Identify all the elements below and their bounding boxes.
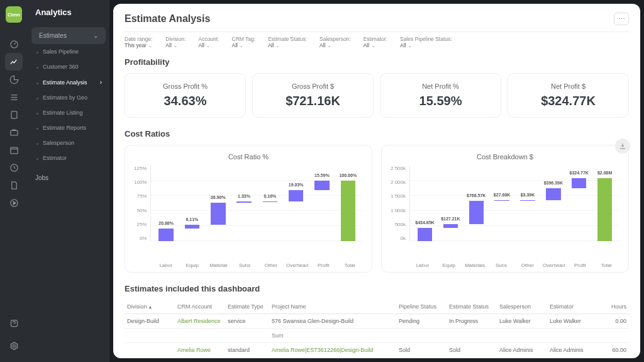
help-icon[interactable] (5, 314, 23, 332)
chevron-down-icon: ⌄ (93, 32, 98, 39)
nav-group-estimates[interactable]: Estimates⌄ (31, 27, 106, 44)
filter-2[interactable]: Account:All (198, 36, 219, 48)
main-content: Estimate Analysis ⋯ Date range:This year… (113, 4, 640, 358)
profitability-title: Profitability (125, 57, 629, 67)
nav-jobs[interactable]: Jobs (28, 169, 109, 186)
icon-rail: Cimn (0, 0, 28, 362)
filter-7[interactable]: Sales Pipeline Status:All (400, 36, 452, 48)
filter-0[interactable]: Date range:This year (125, 36, 153, 48)
th-2[interactable]: Estimate Type (225, 303, 269, 310)
pie-icon[interactable] (5, 71, 23, 88)
table-row: Amelia RowestandardAmelia Rowe|EST361226… (125, 343, 629, 358)
doc-icon[interactable] (5, 106, 23, 123)
svg-rect-3 (10, 147, 17, 154)
calendar-icon[interactable] (5, 141, 23, 159)
th-4[interactable]: Pipeline Status (396, 303, 447, 310)
svg-rect-1 (11, 111, 17, 118)
settings-icon[interactable] (5, 337, 23, 354)
nav-estimate-reports[interactable]: Estimate Reports (28, 120, 109, 135)
nav-customer-360[interactable]: Customer 360 (28, 59, 109, 74)
th-8[interactable]: Hours (597, 303, 629, 310)
filter-1[interactable]: Division:All (165, 36, 186, 48)
svg-point-7 (13, 344, 15, 347)
kpi-1: Gross Profit $$721.16K (252, 73, 374, 118)
download-icon[interactable] (615, 139, 630, 154)
nav-estimates-by-geo[interactable]: Estimates by Geo (28, 90, 109, 105)
filter-5[interactable]: Salesperson:All (319, 36, 351, 48)
analytics-icon[interactable] (5, 53, 23, 71)
play-icon[interactable] (5, 194, 23, 212)
th-1[interactable]: CRM Account (175, 303, 225, 310)
table-row: Sum (125, 329, 629, 343)
brand-logo: Cimn (6, 6, 22, 23)
file-icon[interactable] (5, 176, 23, 194)
briefcase-icon[interactable] (5, 123, 23, 141)
list-icon[interactable] (5, 88, 23, 106)
kpi-0: Gross Profit %34.63% (125, 73, 246, 118)
dashboard-icon[interactable] (5, 35, 23, 53)
more-button[interactable]: ⋯ (614, 13, 629, 25)
table-row: Design-BuildAlbert Residenceservice576 S… (125, 314, 629, 329)
nav-estimate-listing[interactable]: Estimate Listing (28, 105, 109, 120)
filter-4[interactable]: Estimate Status:All (268, 36, 307, 48)
filter-6[interactable]: Estimator:All (364, 36, 387, 48)
th-3[interactable]: Project Name (269, 303, 396, 310)
filter-bar: Date range:This yearDivision:AllAccount:… (125, 31, 629, 48)
nav-salesperson[interactable]: Salesperson (28, 135, 109, 150)
th-0[interactable]: Division▲ (125, 303, 175, 310)
kpi-2: Net Profit %15.59% (380, 73, 501, 118)
estimates-table: Division▲CRM AccountEstimate TypeProject… (125, 300, 629, 358)
sidebar: Analytics Estimates⌄ Sales Pipeline Cust… (28, 0, 109, 362)
kpi-3: Net Profit $$324.77K (508, 73, 629, 118)
chart-1: Cost Breakdown $2 500k2 000k1 500k1 000k… (381, 145, 629, 273)
table-row: Sum60.00 (125, 358, 629, 358)
svg-rect-2 (10, 130, 17, 135)
sidebar-title: Analytics (28, 8, 109, 27)
chart-0: Cost Ratio %125%100%75%50%25%0%20.88%6.1… (125, 145, 372, 273)
cost-ratios-title: Cost Ratios (125, 129, 629, 139)
table-title: Estimates included this dashboard (125, 284, 629, 293)
nav-sales-pipeline[interactable]: Sales Pipeline (28, 44, 109, 59)
nav-estimator[interactable]: Estimator (28, 150, 109, 166)
th-6[interactable]: Salesperson (497, 303, 547, 310)
chevron-right-icon: › (100, 79, 102, 86)
page-title: Estimate Analysis (125, 13, 210, 25)
clock-icon[interactable] (5, 159, 23, 176)
nav-estimate-analysis[interactable]: Estimate Analysis› (28, 74, 109, 90)
th-5[interactable]: Estimate Status (447, 303, 497, 310)
filter-3[interactable]: CRM Tag:All (232, 36, 256, 48)
th-7[interactable]: Estimator (547, 303, 597, 310)
